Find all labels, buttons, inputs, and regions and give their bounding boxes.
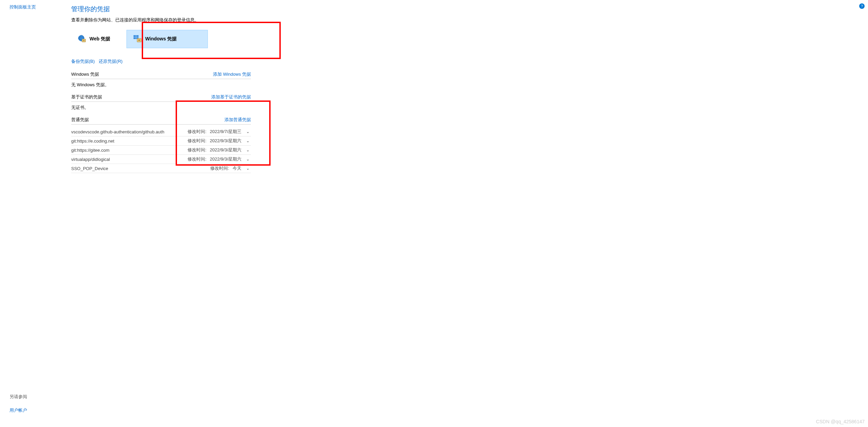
chevron-down-icon[interactable]: ⌄: [245, 138, 251, 143]
credential-modified-label: 修改时间:: [188, 129, 206, 135]
credential-modified-date: 2022/9/3/星期六: [210, 156, 241, 162]
watermark-text: CSDN @qq_42586147: [816, 419, 865, 424]
windows-empty-text: 无 Windows 凭据。: [71, 82, 251, 88]
credential-modified-date: 今天: [233, 165, 241, 171]
generic-section-title: 普通凭据: [71, 117, 89, 123]
globe-icon: [77, 34, 87, 44]
credential-row[interactable]: virtualapp/didlogical 修改时间: 2022/9/3/星期六…: [71, 155, 251, 164]
web-credentials-label: Web 凭据: [90, 36, 110, 42]
backup-credentials-link[interactable]: 备份凭据(B): [71, 58, 95, 64]
credential-modified-label: 修改时间:: [188, 147, 206, 153]
user-accounts-link[interactable]: 用户帐户: [9, 408, 27, 413]
cert-empty-text: 无证书。: [71, 105, 251, 111]
restore-credentials-link[interactable]: 还原凭据(R): [99, 58, 122, 64]
chevron-down-icon[interactable]: ⌄: [245, 166, 251, 171]
svg-rect-4: [134, 35, 136, 37]
credential-name: git:https://e.coding.net: [71, 138, 114, 144]
windows-safe-icon: [133, 34, 142, 44]
add-windows-credential-link[interactable]: 添加 Windows 凭据: [213, 71, 251, 77]
credential-modified-label: 修改时间:: [210, 165, 229, 171]
svg-point-9: [138, 39, 140, 41]
see-also-heading: 另请参阅: [9, 394, 27, 400]
credential-name: vscodevscode.github-authentication/githu…: [71, 129, 164, 134]
page-description: 查看并删除你为网站、已连接的应用程序和网络保存的登录信息。: [71, 17, 251, 23]
add-cert-credential-link[interactable]: 添加基于证书的凭据: [211, 94, 251, 100]
credential-modified-date: 2022/9/7/星期三: [210, 129, 241, 135]
windows-credentials-section: Windows 凭据 添加 Windows 凭据 无 Windows 凭据。: [71, 71, 251, 88]
svg-rect-5: [136, 35, 139, 37]
windows-credentials-label: Windows 凭据: [145, 36, 177, 42]
credential-name: SSO_POP_Device: [71, 166, 108, 171]
help-button[interactable]: ?: [859, 3, 865, 9]
credential-modified-date: 2022/9/3/星期六: [210, 138, 241, 144]
credential-name: virtualapp/didlogical: [71, 157, 110, 162]
credential-row[interactable]: vscodevscode.github-authentication/githu…: [71, 127, 251, 136]
svg-rect-6: [134, 37, 136, 39]
cert-section-title: 基于证书的凭据: [71, 94, 102, 100]
credential-name: git:https://gitee.com: [71, 148, 110, 153]
credential-row[interactable]: git:https://e.coding.net 修改时间: 2022/9/3/…: [71, 136, 251, 146]
chevron-down-icon[interactable]: ⌄: [245, 148, 251, 152]
svg-point-3: [83, 40, 85, 41]
credential-row[interactable]: git:https://gitee.com 修改时间: 2022/9/3/星期六…: [71, 146, 251, 155]
windows-credentials-tab[interactable]: Windows 凭据: [126, 30, 208, 48]
credential-modified-label: 修改时间:: [188, 156, 206, 162]
chevron-down-icon[interactable]: ⌄: [245, 129, 251, 134]
chevron-down-icon[interactable]: ⌄: [245, 157, 251, 162]
page-title: 管理你的凭据: [71, 5, 251, 14]
control-panel-home-link[interactable]: 控制面板主页: [9, 4, 36, 10]
credential-modified-date: 2022/9/3/星期六: [210, 147, 241, 153]
cert-credentials-section: 基于证书的凭据 添加基于证书的凭据 无证书。: [71, 94, 251, 111]
generic-credentials-section: 普通凭据 添加普通凭据 vscodevscode.github-authenti…: [71, 117, 251, 173]
credential-row[interactable]: SSO_POP_Device 修改时间: 今天 ⌄: [71, 164, 251, 173]
add-generic-credential-link[interactable]: 添加普通凭据: [224, 117, 251, 123]
windows-section-title: Windows 凭据: [71, 71, 99, 77]
credential-modified-label: 修改时间:: [188, 138, 206, 144]
web-credentials-tab[interactable]: Web 凭据: [71, 30, 116, 48]
